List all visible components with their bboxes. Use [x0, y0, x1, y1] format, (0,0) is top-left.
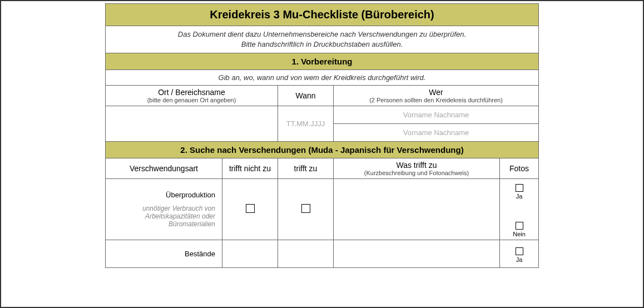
- checklist-sheet: Kreidekreis 3 Mu-Checkliste (Bürobereich…: [105, 3, 539, 268]
- photo-no-label: Nein: [513, 231, 526, 237]
- col-wann-header: Wann: [278, 86, 334, 106]
- row-label-bestaende: Bestände: [106, 240, 222, 268]
- checkbox-icon: [301, 204, 310, 213]
- row1-foto-ja[interactable]: Ja: [503, 247, 535, 263]
- checkbox-icon: [246, 204, 255, 213]
- row1-was-input[interactable]: [334, 240, 500, 268]
- col-wer-label: Wer: [429, 88, 443, 97]
- checkbox-icon: [516, 184, 523, 192]
- row0-ja-cell[interactable]: [278, 179, 334, 240]
- checkbox-icon: [516, 247, 523, 255]
- row-label-ueberproduktion: Überproduktion unnötiger Verbrauch von A…: [106, 179, 222, 240]
- col-nein-header: trifft nicht zu: [222, 158, 278, 179]
- checkbox-icon: [516, 222, 523, 230]
- col-fotos-header: Fotos: [500, 158, 539, 179]
- row0-was-input[interactable]: [334, 179, 500, 240]
- wann-input[interactable]: TT.MM.JJJJ: [278, 106, 334, 142]
- section2-heading: 2. Suche nach Verschendungen (Muda - Jap…: [106, 142, 539, 158]
- ort-input[interactable]: [106, 106, 278, 142]
- row0-foto-nein[interactable]: Nein: [503, 220, 535, 237]
- wer-input-2[interactable]: Vorname Nachname: [334, 124, 539, 142]
- row-name-1: Bestände: [185, 250, 215, 258]
- col-wann-label: Wann: [295, 91, 315, 100]
- col-art-header: Verschwendungsart: [106, 158, 222, 179]
- row0-fotos-cell: Ja Nein: [500, 179, 539, 240]
- col-ja-header: trifft zu: [278, 158, 334, 179]
- col-was-header: Was trifft zu (Kurzbeschreibung und Foto…: [334, 158, 500, 179]
- col-ort-header: Ort / Bereichsname (bitte den genauen Or…: [106, 86, 278, 106]
- photo-yes-label-1: Ja: [516, 256, 523, 263]
- col-ort-label: Ort / Bereichsname: [158, 88, 225, 97]
- document-frame: Kreidekreis 3 Mu-Checkliste (Bürobereich…: [0, 0, 644, 308]
- subtitle-line1: Das Dokument dient dazu Unternehmensbere…: [178, 30, 466, 38]
- row1-fotos-cell: Ja: [500, 240, 539, 268]
- subtitle-line2: Bitte handschriftlich in Druckbuchstaben…: [241, 40, 403, 48]
- col-wer-header: Wer (2 Personen sollten den Kreidekreis …: [334, 86, 539, 106]
- subtitle: Das Dokument dient dazu Unternehmensbere…: [106, 26, 539, 53]
- row1-nein-cell[interactable]: [222, 240, 278, 268]
- col-was-sublabel: (Kurzbeschreibung und Fotonachweis): [336, 170, 497, 176]
- row-name-0: Überproduktion: [166, 191, 215, 199]
- col-ort-sublabel: (bitte den genauen Ort angeben): [108, 97, 275, 103]
- row0-foto-ja[interactable]: Ja: [503, 182, 535, 200]
- col-wer-sublabel: (2 Personen sollten den Kreidekreis durc…: [336, 97, 536, 103]
- row0-nein-cell[interactable]: [222, 179, 278, 240]
- main-title: Kreidekreis 3 Mu-Checkliste (Bürobereich…: [106, 4, 539, 26]
- photo-yes-label: Ja: [516, 193, 523, 200]
- section1-heading: 1. Vorbereitung: [106, 53, 539, 70]
- section1-instruction: Gib an, wo, wann und von wem der Kreidkr…: [106, 70, 539, 86]
- col-was-label: Was trifft zu: [396, 161, 437, 170]
- row-desc-0: unnötiger Verbrauch von Arbeitskapazität…: [109, 205, 215, 228]
- wer-input-1[interactable]: Vorname Nachname: [334, 106, 539, 124]
- checklist-table: Kreidekreis 3 Mu-Checkliste (Bürobereich…: [105, 3, 539, 268]
- row1-ja-cell[interactable]: [278, 240, 334, 268]
